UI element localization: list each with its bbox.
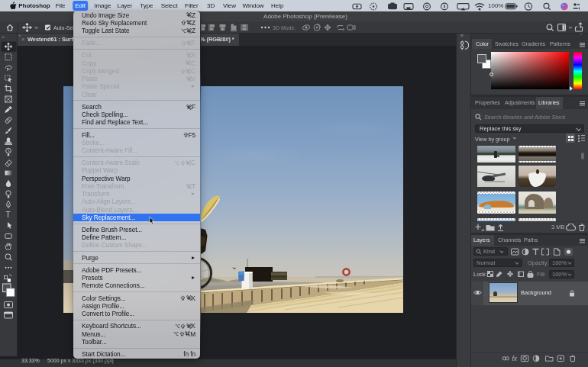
svg-text:»: » <box>2 34 5 39</box>
svg-text:3D Mode:: 3D Mode: <box>273 25 296 31</box>
svg-text:T: T <box>6 211 11 219</box>
svg-text:fx: fx <box>512 355 517 362</box>
